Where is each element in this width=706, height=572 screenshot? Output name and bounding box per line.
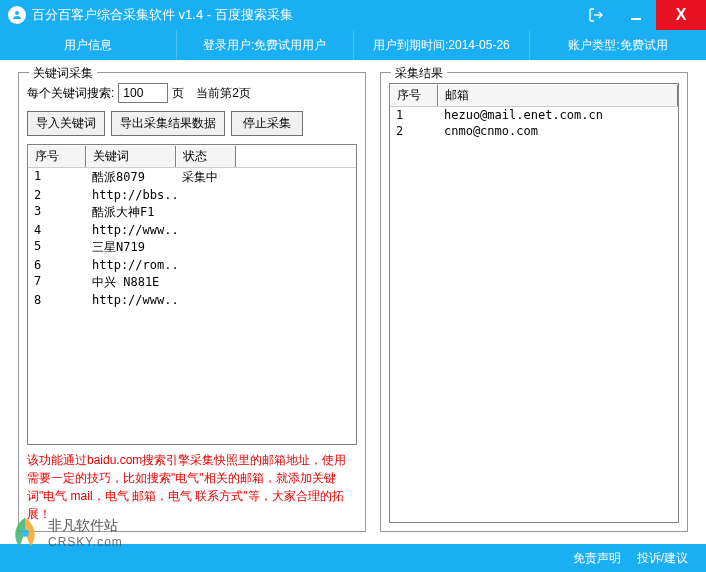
content-area: 关键词采集 每个关键词搜索: 页 当前第2页 导入关键词 导出采集结果数据 停止… (0, 60, 706, 544)
cell-keyword: 三星N719 (86, 238, 176, 257)
cell-seq: 5 (28, 238, 86, 257)
footer: 免责声明 投诉/建议 (0, 544, 706, 572)
table-row[interactable]: 1酷派8079采集中 (28, 168, 356, 187)
cell-seq: 1 (390, 107, 438, 123)
cell-status (176, 257, 236, 273)
table-row[interactable]: 5三星N719 (28, 238, 356, 257)
cell-keyword: 酷派大神F1 (86, 203, 176, 222)
cell-status (176, 273, 236, 292)
table-row[interactable]: 8http://www.... (28, 292, 356, 308)
keyword-panel: 关键词采集 每个关键词搜索: 页 当前第2页 导入关键词 导出采集结果数据 停止… (18, 72, 366, 532)
keyword-table: 序号 关键词 状态 1酷派8079采集中2http://bbs....3酷派大神… (27, 144, 357, 445)
search-label-pre: 每个关键词搜索: (27, 85, 114, 102)
cell-email: cnmo@cnmo.com (438, 123, 678, 139)
window-title: 百分百客户综合采集软件 v1.4 - 百度搜索采集 (32, 6, 293, 24)
close-button[interactable]: X (656, 0, 706, 30)
table-row[interactable]: 2http://bbs.... (28, 187, 356, 203)
results-table-body: 1hezuo@mail.enet.com.cn2cnmo@cnmo.com (390, 107, 678, 139)
results-table-header: 序号 邮箱 (390, 84, 678, 107)
col-status-header[interactable]: 状态 (176, 145, 236, 167)
cell-seq: 4 (28, 222, 86, 238)
logout-button[interactable] (576, 0, 616, 30)
menu-account-type[interactable]: 账户类型:免费试用 (530, 30, 706, 60)
stop-collect-button[interactable]: 停止采集 (231, 111, 303, 136)
menubar: 用户信息 登录用户:免费试用用户 用户到期时间:2014-05-26 账户类型:… (0, 30, 706, 60)
cell-seq: 7 (28, 273, 86, 292)
search-row: 每个关键词搜索: 页 当前第2页 (27, 83, 357, 103)
minimize-button[interactable] (616, 0, 656, 30)
export-results-button[interactable]: 导出采集结果数据 (111, 111, 225, 136)
window-controls: X (576, 0, 706, 30)
cell-keyword: 酷派8079 (86, 168, 176, 187)
cell-status (176, 187, 236, 203)
table-row[interactable]: 2cnmo@cnmo.com (390, 123, 678, 139)
cell-email: hezuo@mail.enet.com.cn (438, 107, 678, 123)
table-row[interactable]: 1hezuo@mail.enet.com.cn (390, 107, 678, 123)
cell-keyword: http://bbs.... (86, 187, 176, 203)
usage-note: 该功能通过baidu.com搜索引擎采集快照里的邮箱地址，使用需要一定的技巧，比… (27, 451, 357, 523)
titlebar: 百分百客户综合采集软件 v1.4 - 百度搜索采集 X (0, 0, 706, 30)
cell-seq: 8 (28, 292, 86, 308)
cell-status (176, 203, 236, 222)
col-seq-header[interactable]: 序号 (28, 145, 86, 167)
col-seq-header-r[interactable]: 序号 (390, 84, 438, 106)
button-row: 导入关键词 导出采集结果数据 停止采集 (27, 111, 357, 136)
disclaimer-link[interactable]: 免责声明 (573, 550, 621, 567)
pages-input[interactable] (118, 83, 168, 103)
cell-status (176, 238, 236, 257)
keyword-panel-legend: 关键词采集 (29, 65, 97, 82)
cell-status: 采集中 (176, 168, 236, 187)
table-row[interactable]: 6http://rom.... (28, 257, 356, 273)
cell-seq: 2 (390, 123, 438, 139)
results-table: 序号 邮箱 1hezuo@mail.enet.com.cn2cnmo@cnmo.… (389, 83, 679, 523)
cell-status (176, 292, 236, 308)
cell-status (176, 222, 236, 238)
current-page-label: 当前第2页 (196, 85, 251, 102)
table-row[interactable]: 3酷派大神F1 (28, 203, 356, 222)
menu-user-info[interactable]: 用户信息 (0, 30, 177, 60)
menu-expire[interactable]: 用户到期时间:2014-05-26 (354, 30, 531, 60)
cell-keyword: http://rom.... (86, 257, 176, 273)
keyword-table-body: 1酷派8079采集中2http://bbs....3酷派大神F14http://… (28, 168, 356, 308)
feedback-link[interactable]: 投诉/建议 (637, 550, 688, 567)
results-panel: 采集结果 序号 邮箱 1hezuo@mail.enet.com.cn2cnmo@… (380, 72, 688, 532)
cell-seq: 3 (28, 203, 86, 222)
keyword-table-header: 序号 关键词 状态 (28, 145, 356, 168)
app-logo-icon (8, 6, 26, 24)
results-panel-legend: 采集结果 (391, 65, 447, 82)
col-email-header[interactable]: 邮箱 (438, 84, 678, 106)
col-keyword-header[interactable]: 关键词 (86, 145, 176, 167)
menu-login-user[interactable]: 登录用户:免费试用用户 (177, 30, 354, 60)
cell-keyword: http://www.... (86, 292, 176, 308)
svg-point-0 (15, 11, 19, 15)
cell-seq: 1 (28, 168, 86, 187)
table-row[interactable]: 4http://www.... (28, 222, 356, 238)
table-row[interactable]: 7中兴 N881E (28, 273, 356, 292)
cell-keyword: http://www.... (86, 222, 176, 238)
search-label-post: 页 (172, 85, 184, 102)
cell-seq: 2 (28, 187, 86, 203)
import-keywords-button[interactable]: 导入关键词 (27, 111, 105, 136)
cell-seq: 6 (28, 257, 86, 273)
cell-keyword: 中兴 N881E (86, 273, 176, 292)
